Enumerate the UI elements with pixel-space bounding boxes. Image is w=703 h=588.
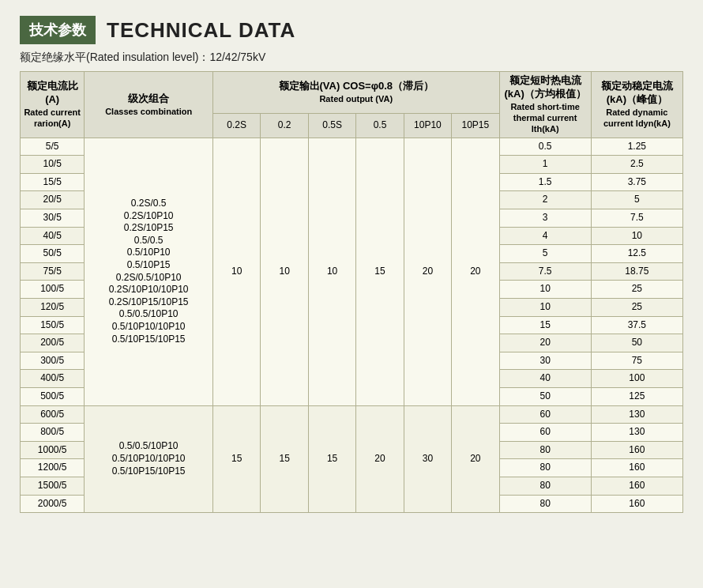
ratio-cell: 1200/5 bbox=[21, 459, 85, 477]
thermal-cell: 50 bbox=[499, 387, 591, 405]
thermal-cell: 15 bbox=[499, 316, 591, 334]
page-container: 技术参数 TECHNICAL DATA 额定绝缘水平(Rated insulat… bbox=[8, 8, 695, 521]
output-col-4-group2: 30 bbox=[404, 405, 451, 513]
thermal-en: Rated short-time thermal current lth(kA) bbox=[503, 101, 588, 135]
ratio-cell: 30/5 bbox=[21, 209, 85, 228]
thermal-zh: 额定短时热电流(kA)（方均根值） bbox=[503, 74, 588, 101]
combo-zh: 级次组合 bbox=[88, 92, 209, 106]
combo-cell-group2: 0.5/0.5/10P100.5/10P10/10P100.5/10P15/10… bbox=[85, 405, 213, 513]
col-dynamic-header: 额定动稳定电流(kA)（峰值） Rated dynamic current ld… bbox=[591, 72, 682, 138]
dynamic-cell: 50 bbox=[591, 334, 682, 352]
thermal-cell: 2 bbox=[499, 191, 591, 209]
output-col-2-group2: 15 bbox=[308, 405, 355, 513]
col-05-header: 0.5 bbox=[356, 113, 404, 138]
table-body: 5/50.2S/0.50.2S/10P100.2S/10P150.5/0.50.… bbox=[21, 138, 683, 512]
col-ratio-header: 额定电流比(A) Rated current rarion(A) bbox=[21, 72, 85, 138]
dynamic-cell: 25 bbox=[591, 299, 682, 317]
page-header: 技术参数 TECHNICAL DATA bbox=[20, 16, 683, 44]
dynamic-cell: 37.5 bbox=[591, 316, 682, 334]
ratio-cell: 1500/5 bbox=[21, 477, 85, 495]
thermal-cell: 1 bbox=[499, 156, 591, 174]
output-col-1-group1: 10 bbox=[261, 138, 308, 405]
ratio-cell: 300/5 bbox=[21, 352, 85, 370]
thermal-cell: 80 bbox=[499, 459, 591, 477]
dynamic-cell: 160 bbox=[591, 477, 682, 495]
ratio-cell: 10/5 bbox=[21, 156, 85, 174]
thermal-cell: 1.5 bbox=[499, 173, 591, 191]
header-title: TECHNICAL DATA bbox=[107, 18, 295, 43]
thermal-cell: 80 bbox=[499, 441, 591, 459]
table-row: 5/50.2S/0.50.2S/10P100.2S/10P150.5/0.50.… bbox=[21, 138, 683, 156]
ratio-cell: 400/5 bbox=[21, 370, 85, 388]
table-row: 600/50.5/0.5/10P100.5/10P10/10P100.5/10P… bbox=[21, 405, 683, 424]
dynamic-cell: 25 bbox=[591, 281, 682, 299]
col-10p10-header: 10P10 bbox=[404, 113, 451, 138]
ratio-cell: 200/5 bbox=[21, 334, 85, 352]
output-group-en: Rated output (VA) bbox=[216, 93, 496, 104]
thermal-cell: 80 bbox=[499, 495, 591, 513]
thermal-cell: 30 bbox=[499, 352, 591, 370]
thermal-cell: 60 bbox=[499, 424, 591, 442]
ratio-cell: 100/5 bbox=[21, 281, 85, 299]
ratio-cell: 5/5 bbox=[21, 138, 85, 156]
output-col-3-group2: 20 bbox=[356, 405, 404, 513]
col-05s-header: 0.5S bbox=[308, 113, 355, 138]
dynamic-cell: 2.5 bbox=[591, 156, 682, 174]
dynamic-cell: 160 bbox=[591, 459, 682, 477]
thermal-cell: 3 bbox=[499, 209, 591, 228]
ratio-en: Rated current rarion(A) bbox=[24, 107, 81, 130]
thermal-cell: 4 bbox=[499, 227, 591, 245]
technical-data-table: 额定电流比(A) Rated current rarion(A) 级次组合 Cl… bbox=[20, 71, 683, 513]
thermal-cell: 7.5 bbox=[499, 262, 591, 281]
thermal-cell: 20 bbox=[499, 334, 591, 352]
ratio-cell: 50/5 bbox=[21, 245, 85, 263]
table-header-row-1: 额定电流比(A) Rated current rarion(A) 级次组合 Cl… bbox=[21, 72, 683, 114]
output-col-5-group2: 20 bbox=[452, 405, 499, 513]
dynamic-cell: 130 bbox=[591, 405, 682, 424]
combo-cell-group1: 0.2S/0.50.2S/10P100.2S/10P150.5/0.50.5/1… bbox=[85, 138, 213, 405]
ratio-cell: 75/5 bbox=[21, 262, 85, 281]
col-combo-header: 级次组合 Classes combination bbox=[85, 72, 213, 138]
col-thermal-header: 额定短时热电流(kA)（方均根值） Rated short-time therm… bbox=[499, 72, 591, 138]
output-col-5-group1: 20 bbox=[452, 138, 499, 405]
ratio-cell: 20/5 bbox=[21, 191, 85, 209]
dynamic-cell: 125 bbox=[591, 387, 682, 405]
thermal-cell: 0.5 bbox=[499, 138, 591, 156]
output-col-0-group2: 15 bbox=[213, 405, 261, 513]
output-col-3-group1: 15 bbox=[356, 138, 404, 405]
ratio-cell: 800/5 bbox=[21, 424, 85, 442]
dynamic-cell: 160 bbox=[591, 495, 682, 513]
ratio-cell: 500/5 bbox=[21, 387, 85, 405]
ratio-cell: 2000/5 bbox=[21, 495, 85, 513]
dynamic-cell: 100 bbox=[591, 370, 682, 388]
dynamic-cell: 3.75 bbox=[591, 173, 682, 191]
ratio-cell: 15/5 bbox=[21, 173, 85, 191]
dynamic-zh: 额定动稳定电流(kA)（峰值） bbox=[595, 80, 679, 107]
output-col-4-group1: 20 bbox=[404, 138, 451, 405]
dynamic-cell: 10 bbox=[591, 227, 682, 245]
subtitle: 额定绝缘水平(Rated insulation level)：12/42/75k… bbox=[20, 51, 683, 65]
ratio-cell: 40/5 bbox=[21, 227, 85, 245]
ratio-zh: 额定电流比(A) bbox=[24, 80, 81, 107]
dynamic-cell: 1.25 bbox=[591, 138, 682, 156]
dynamic-cell: 12.5 bbox=[591, 245, 682, 263]
dynamic-cell: 7.5 bbox=[591, 209, 682, 228]
ratio-cell: 120/5 bbox=[21, 299, 85, 317]
dynamic-cell: 75 bbox=[591, 352, 682, 370]
col-02s-header: 0.2S bbox=[213, 113, 261, 138]
output-col-2-group1: 10 bbox=[308, 138, 355, 405]
dynamic-cell: 130 bbox=[591, 424, 682, 442]
thermal-cell: 10 bbox=[499, 281, 591, 299]
header-badge: 技术参数 bbox=[20, 16, 96, 44]
thermal-cell: 5 bbox=[499, 245, 591, 263]
combo-en: Classes combination bbox=[88, 106, 209, 117]
ratio-cell: 150/5 bbox=[21, 316, 85, 334]
thermal-cell: 80 bbox=[499, 477, 591, 495]
ratio-cell: 1000/5 bbox=[21, 441, 85, 459]
ratio-cell: 600/5 bbox=[21, 405, 85, 424]
dynamic-en: Rated dynamic current ldyn(kA) bbox=[595, 107, 679, 130]
thermal-cell: 10 bbox=[499, 299, 591, 317]
thermal-cell: 60 bbox=[499, 405, 591, 424]
dynamic-cell: 18.75 bbox=[591, 262, 682, 281]
output-col-1-group2: 15 bbox=[261, 405, 308, 513]
